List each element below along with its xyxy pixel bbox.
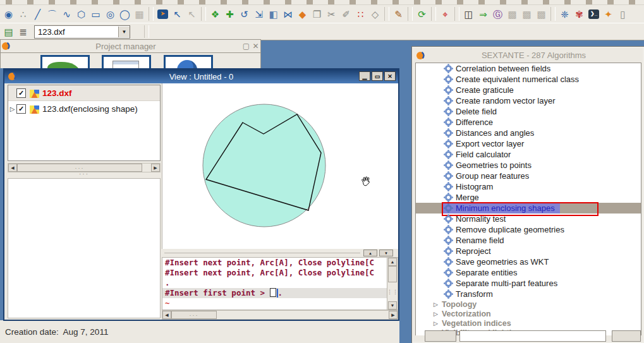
map-canvas[interactable] [162, 83, 398, 249]
sextante-console-icon[interactable]: ❯_ [586, 7, 601, 21]
edit-wand-icon[interactable]: ✐ [339, 7, 353, 21]
rotate-icon[interactable]: ↺ [237, 7, 252, 21]
close-icon[interactable]: ✕ [251, 42, 260, 51]
mirror-icon[interactable]: ◧ [266, 7, 281, 21]
layer-row[interactable]: ✓123.dxf [8, 85, 160, 101]
collapse-down-icon[interactable]: ▼ [379, 250, 393, 256]
copy-icon[interactable]: ❐ [310, 7, 324, 21]
category-item[interactable]: ▷Topology [416, 299, 641, 309]
sextante-models-icon[interactable]: ✾ [572, 7, 586, 21]
raster-export-icon[interactable]: ⇒ [476, 7, 490, 21]
minimize-icon[interactable]: ▁ [359, 71, 370, 81]
circle-tool-icon[interactable]: ◎ [103, 7, 118, 21]
layer-checkbox[interactable]: ✓ [16, 88, 26, 98]
rectangle-tool-icon[interactable]: ▭ [88, 7, 103, 21]
arc-tool-icon[interactable]: ⌒ [45, 7, 59, 21]
scale-icon[interactable]: ⇲ [252, 7, 266, 21]
scroll-left-icon[interactable]: ◀ [8, 164, 17, 172]
algorithm-item[interactable]: Group near features [416, 171, 641, 181]
algorithm-item[interactable]: Transform [416, 289, 641, 299]
view-window-titlebar[interactable]: View : Untitled - 0 ▁ ▭ ✕ [4, 69, 398, 83]
georeferencing-icon[interactable]: Ⓖ [490, 7, 505, 21]
algorithm-item[interactable]: Delete field [416, 106, 641, 117]
algorithm-item[interactable]: Save geometries as WKT [416, 256, 641, 267]
raster-clip-disabled-icon[interactable]: ▩ [519, 7, 534, 21]
algorithm-item[interactable]: Correlation between fields [416, 63, 641, 74]
splitter-grip[interactable]: ··· [8, 172, 161, 177]
algorithm-item[interactable]: Normality test [416, 214, 641, 224]
point-tool-icon[interactable]: ◉ [1, 7, 16, 21]
maximize-icon[interactable]: ▭ [372, 71, 383, 81]
algorithm-item[interactable]: Histogram [416, 181, 641, 192]
symmetry-icon[interactable]: ⋈ [281, 7, 295, 21]
layer-expander-icon[interactable]: ▷ [8, 105, 16, 112]
sextante-search-field[interactable] [459, 330, 606, 342]
algorithm-item[interactable]: Create random vector layer [416, 95, 641, 106]
scroll-right-icon[interactable]: ▶ [151, 164, 160, 172]
console-splitter[interactable]: ▲ ▼ [162, 249, 398, 257]
algorithm-item[interactable]: Reproject [416, 246, 641, 256]
sextante-toolbox-icon[interactable]: ❈ [557, 7, 572, 21]
algorithm-item[interactable]: Rename field [416, 235, 641, 246]
polygon-check-icon[interactable]: ◇ [368, 7, 382, 21]
matrix-icon[interactable]: ∷ [353, 7, 368, 21]
internal-polygon-icon[interactable]: ◆ [295, 7, 310, 21]
layer-row[interactable]: ▷✓123.dxf(enclosing shape) [8, 101, 160, 116]
algorithm-item[interactable]: Remove duplicate geometries [416, 224, 641, 235]
ellipse-tool-icon[interactable]: ◯ [118, 7, 132, 21]
close-icon[interactable]: ✕ [384, 71, 396, 81]
category-item[interactable]: ▷Vectorization [416, 309, 641, 318]
algorithm-item[interactable]: Geometries to points [416, 160, 641, 171]
sextante-bottom-button[interactable] [612, 330, 641, 342]
chevron-down-icon[interactable]: ▼ [118, 27, 130, 37]
center-point-icon[interactable]: ⌖ [438, 7, 453, 21]
expander-icon[interactable]: ▷ [434, 320, 438, 327]
polyline-tool-icon[interactable]: ∿ [59, 7, 74, 21]
layer-checkbox[interactable]: ✓ [16, 104, 26, 114]
algorithm-item[interactable]: Separate entities [416, 267, 641, 278]
command-console[interactable]: #Insert next point, Arc[A], Close polyli… [162, 257, 398, 310]
raster-filter-disabled-icon[interactable]: ▩ [534, 7, 549, 21]
project-manager-titlebar[interactable]: Project manager ▢ ✕ [0, 39, 261, 53]
scroll-right-icon[interactable]: ▶ [389, 311, 398, 319]
category-item[interactable]: ▷Vegetation indices [416, 318, 641, 328]
views-thumbnail[interactable] [40, 55, 90, 68]
scroll-down-icon[interactable]: ▼ [388, 301, 397, 310]
layer-visibility-icon[interactable]: ▤ [1, 25, 16, 39]
algorithm-item[interactable]: Difference [416, 117, 641, 128]
cut-icon[interactable]: ✂ [324, 7, 339, 21]
scrollbar-thumb[interactable] [388, 266, 397, 282]
algorithm-item[interactable]: Minimum enclosing shapes [416, 203, 641, 214]
raster-select-icon[interactable]: ◫ [461, 7, 476, 21]
table-refresh-icon[interactable]: ⟳ [415, 7, 429, 21]
algorithm-item[interactable]: Distances and angles [416, 128, 641, 138]
algorithm-item[interactable]: Field calculator [416, 149, 641, 160]
select-arrow-icon[interactable]: ↖ [170, 7, 185, 21]
pan-select-icon[interactable]: ➤ [155, 7, 170, 21]
edit-session-icon[interactable]: ✎ [391, 7, 406, 21]
layer-list-icon[interactable]: ≣ [16, 25, 30, 39]
maximize-icon[interactable]: ▢ [241, 42, 251, 51]
partial-edge-icon[interactable]: ▯ [616, 7, 630, 21]
active-layer-combobox[interactable]: 123.dxf ▼ [34, 25, 130, 39]
grid-disabled-icon[interactable]: ▦ [132, 7, 147, 21]
raster-tool-disabled-icon[interactable]: ▩ [505, 7, 519, 21]
select-disabled-icon[interactable]: ↖ [185, 7, 199, 21]
expander-icon[interactable]: ▷ [434, 301, 438, 308]
move-vertex-icon[interactable]: ❖ [208, 7, 222, 21]
scrollbar-thumb[interactable]: ··· [171, 311, 217, 319]
algorithm-item[interactable]: Separate multi-part features [416, 278, 641, 289]
tables-thumbnail[interactable] [102, 55, 151, 68]
scroll-left-icon[interactable]: ◀ [162, 311, 171, 319]
console-vertical-scrollbar[interactable]: ▲ ⋮⋮ ▼ [387, 258, 398, 310]
algorithm-item[interactable]: Create graticule [416, 85, 641, 95]
add-vertex-icon[interactable]: ✚ [222, 7, 237, 21]
sextante-titlebar[interactable]: SEXTANTE - 287 Algorithms [413, 48, 643, 63]
scroll-up-icon[interactable]: ▲ [388, 258, 397, 266]
line-tool-icon[interactable]: ╱ [30, 7, 45, 21]
sextante-history-icon[interactable]: ✦ [601, 7, 616, 21]
algorithm-item[interactable]: Export vector layer [416, 138, 641, 149]
sextante-bottom-button[interactable] [425, 330, 456, 342]
maps-thumbnail[interactable] [164, 55, 213, 68]
algorithm-item[interactable]: Merge [416, 192, 641, 203]
